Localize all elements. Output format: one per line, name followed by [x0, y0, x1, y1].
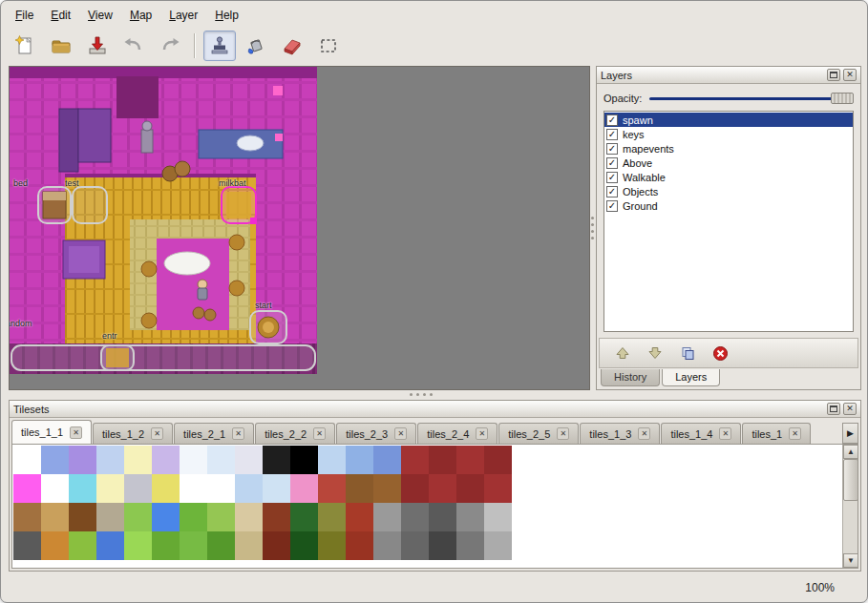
lower-layer-button[interactable]	[646, 343, 665, 363]
tileset-tile[interactable]	[429, 503, 456, 531]
layer-row-above[interactable]: ✓ Above	[604, 156, 853, 170]
tileset-tile[interactable]	[180, 446, 207, 474]
map-view[interactable]	[10, 67, 317, 374]
tileset-tile[interactable]	[373, 531, 401, 560]
tileset-tile[interactable]	[429, 474, 456, 503]
layer-row-walkable[interactable]: ✓ Walkable	[604, 170, 853, 184]
tileset-tile[interactable]	[69, 531, 96, 560]
tileset-tab-tiles_2_1[interactable]: tiles_2_1 ✕	[174, 423, 254, 444]
tileset-tile[interactable]	[124, 503, 152, 531]
tileset-tile[interactable]	[290, 446, 318, 474]
eraser-tool-button[interactable]	[276, 31, 308, 61]
tileset-tile[interactable]	[207, 503, 235, 531]
tileset-tile[interactable]	[263, 474, 290, 503]
tileset-tile[interactable]	[346, 474, 373, 503]
tileset-tile[interactable]	[41, 474, 69, 503]
close-tab-icon[interactable]: ✕	[232, 427, 244, 440]
layer-row-ground[interactable]: ✓ Ground	[604, 198, 853, 213]
tileset-tile[interactable]	[152, 531, 180, 560]
tileset-tile[interactable]	[235, 474, 263, 503]
bucket-fill-button[interactable]	[240, 31, 272, 61]
redo-button[interactable]	[154, 31, 186, 61]
close-tab-icon[interactable]: ✕	[719, 427, 731, 440]
tileset-tile[interactable]	[180, 531, 207, 560]
tileset-tile[interactable]	[484, 531, 512, 560]
tileset-tile[interactable]	[456, 503, 484, 531]
stamp-tool-button[interactable]	[203, 31, 236, 61]
scroll-down-button[interactable]: ▼	[843, 553, 858, 568]
splitter-horizontal[interactable]	[9, 390, 861, 400]
tileset-tile[interactable]	[346, 446, 373, 474]
menu-map[interactable]: Map	[121, 6, 160, 25]
close-tab-icon[interactable]: ✕	[557, 427, 569, 440]
tileset-tile[interactable]	[13, 474, 41, 503]
new-file-button[interactable]	[9, 31, 41, 61]
selection-handle[interactable]	[250, 218, 257, 224]
close-tab-icon[interactable]: ✕	[476, 427, 488, 440]
tileset-tab-tiles_2_2[interactable]: tiles_2_2 ✕	[255, 423, 335, 444]
tab-scroll-right-button[interactable]: ▶	[842, 423, 858, 444]
tileset-tile[interactable]	[484, 446, 512, 474]
tileset-tile[interactable]	[429, 446, 456, 474]
layer-visibility-checkbox[interactable]: ✓	[606, 143, 618, 155]
tileset-tile[interactable]	[235, 503, 263, 531]
tab-layers[interactable]: Layers	[662, 369, 720, 386]
tileset-scrollbar[interactable]: ▲ ▼	[842, 445, 857, 568]
tileset-tile[interactable]	[69, 446, 96, 474]
tileset-tile[interactable]	[373, 474, 401, 503]
map-object-random[interactable]	[11, 345, 315, 370]
float-dock-button[interactable]	[827, 69, 840, 81]
tileset-tile[interactable]	[373, 503, 401, 531]
tileset-tile[interactable]	[13, 446, 41, 474]
tileset-tile[interactable]	[124, 474, 152, 503]
tileset-tab-tiles_1-partial[interactable]: tiles_1 ✕	[742, 423, 811, 444]
rect-select-tool-button[interactable]	[312, 31, 345, 61]
tileset-tile[interactable]	[484, 503, 512, 531]
tileset-tile[interactable]	[263, 446, 290, 474]
tileset-tile[interactable]	[401, 503, 429, 531]
close-dock-button[interactable]: ✕	[843, 69, 857, 81]
layer-row-mapevents[interactable]: ✓ mapevents	[604, 141, 853, 156]
tileset-tile[interactable]	[96, 446, 124, 474]
layer-visibility-checkbox[interactable]: ✓	[606, 172, 618, 183]
layer-visibility-checkbox[interactable]: ✓	[606, 114, 618, 126]
close-tab-icon[interactable]: ✕	[313, 427, 326, 440]
tileset-tile[interactable]	[318, 531, 346, 560]
open-file-button[interactable]	[45, 31, 77, 61]
map-canvas[interactable]: bed test milkbat start random entr	[9, 66, 590, 390]
tileset-tab-tiles_2_3[interactable]: tiles_2_3 ✕	[336, 423, 416, 444]
raise-layer-button[interactable]	[613, 343, 632, 363]
tileset-tile[interactable]	[346, 531, 373, 560]
tileset-tile[interactable]	[152, 474, 180, 503]
tileset-tile[interactable]	[207, 531, 235, 560]
save-file-button[interactable]	[81, 31, 114, 61]
tileset-tab-tiles_1_4[interactable]: tiles_1_4 ✕	[661, 423, 741, 444]
float-dock-button[interactable]	[827, 403, 840, 415]
menu-layer[interactable]: Layer	[160, 6, 206, 25]
layer-visibility-checkbox[interactable]: ✓	[606, 200, 618, 212]
tileset-tile[interactable]	[484, 474, 512, 503]
tileset-tab-tiles_2_4[interactable]: tiles_2_4 ✕	[417, 423, 498, 444]
close-tab-icon[interactable]: ✕	[638, 427, 650, 440]
menu-view[interactable]: View	[79, 6, 121, 25]
tileset-tab-tiles_1_1[interactable]: tiles_1_1 ✕	[11, 420, 92, 444]
scrollbar-thumb[interactable]	[843, 459, 858, 501]
tileset-tile[interactable]	[290, 503, 318, 531]
tileset-tile[interactable]	[124, 531, 152, 560]
tileset-tile[interactable]	[235, 446, 263, 474]
tileset-tile[interactable]	[290, 474, 318, 503]
tileset-tile[interactable]	[41, 503, 69, 531]
tileset-view[interactable]: ▲ ▼	[11, 444, 858, 569]
tileset-tile[interactable]	[41, 446, 69, 474]
tileset-tile[interactable]	[69, 474, 96, 503]
tileset-tile[interactable]	[318, 446, 346, 474]
tileset-tile[interactable]	[96, 474, 124, 503]
layer-visibility-checkbox[interactable]: ✓	[606, 157, 618, 169]
undo-button[interactable]	[117, 31, 150, 61]
close-dock-button[interactable]: ✕	[843, 403, 857, 415]
tileset-tile[interactable]	[290, 531, 318, 560]
opacity-slider-handle[interactable]	[831, 93, 854, 104]
layer-visibility-checkbox[interactable]: ✓	[606, 129, 618, 140]
tileset-tile[interactable]	[180, 503, 207, 531]
menu-help[interactable]: Help	[206, 6, 247, 25]
